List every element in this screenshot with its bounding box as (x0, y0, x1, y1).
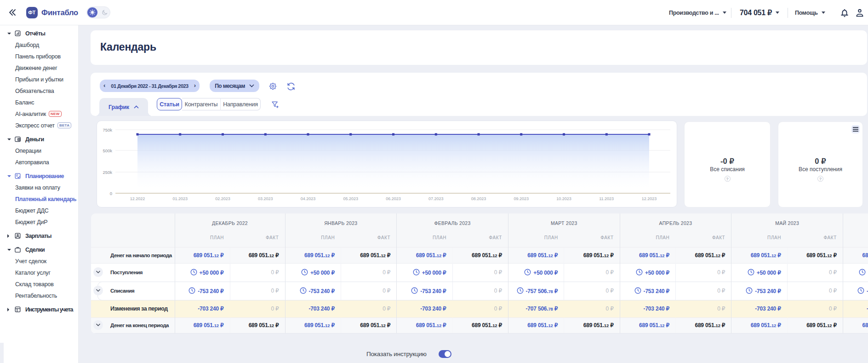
svg-text:07.2023: 07.2023 (428, 196, 444, 201)
svg-text:750k: 750k (103, 127, 112, 133)
svg-text:04.2023: 04.2023 (301, 196, 316, 201)
svg-text:03.2023: 03.2023 (258, 196, 273, 201)
svg-text:11.2023: 11.2023 (599, 196, 614, 201)
svg-text:08.2023: 08.2023 (471, 196, 486, 201)
svg-text:02.2023: 02.2023 (215, 196, 230, 201)
svg-text:01.2023: 01.2023 (173, 196, 188, 201)
svg-text:0: 0 (110, 191, 112, 196)
svg-text:05.2023: 05.2023 (343, 196, 359, 201)
svg-text:250k: 250k (103, 170, 112, 175)
svg-text:09.2023: 09.2023 (514, 196, 529, 201)
svg-text:12.2023: 12.2023 (642, 196, 657, 201)
svg-text:06.2023: 06.2023 (386, 196, 401, 201)
svg-text:10.2023: 10.2023 (556, 196, 571, 201)
svg-text:500k: 500k (103, 148, 112, 153)
svg-text:12.2022: 12.2022 (130, 196, 145, 201)
